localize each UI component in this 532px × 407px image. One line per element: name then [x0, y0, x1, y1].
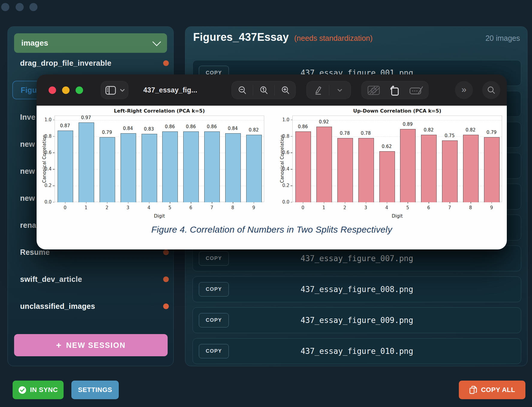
- copy-all-label: COPY ALL: [481, 386, 515, 394]
- app-window-dot-3[interactable]: [29, 3, 37, 11]
- preview-content: Left-Right Correlation (PCA k=5)0.00.20.…: [37, 106, 507, 249]
- bar: [100, 137, 115, 202]
- settings-button[interactable]: SETTINGS: [71, 381, 119, 399]
- sidebar-item-label: new: [20, 167, 35, 176]
- image-count: 20 images: [486, 34, 520, 43]
- x-tick-mark: [128, 202, 128, 204]
- sidebar-item-label: drag_drop_file_inverable: [20, 59, 112, 68]
- sidebar-item-label: Inve: [20, 113, 35, 122]
- more-tools-icon[interactable]: »: [455, 81, 473, 99]
- sidebar-item-label: rena: [20, 221, 36, 230]
- y-tick-mark: [53, 136, 55, 137]
- x-tick-mark: [366, 202, 366, 204]
- x-tick-label: 1: [315, 205, 333, 210]
- bar: [58, 131, 73, 202]
- x-tick-label: 6: [182, 205, 200, 210]
- chart-title: Left-Right Correlation (PCA k=5): [55, 108, 264, 114]
- bar-value-label: 0.84: [221, 126, 245, 131]
- copy-pages-icon: [469, 385, 477, 394]
- check-circle-icon: [18, 386, 26, 394]
- y-tick-mark: [53, 202, 55, 202]
- new-session-button[interactable]: + NEW SESSION: [14, 334, 168, 356]
- preview-titlebar[interactable]: 437_essay_fig...: [37, 74, 507, 106]
- preview-title: 437_essay_fig...: [143, 74, 197, 106]
- app-window-dot-2[interactable]: [16, 3, 24, 11]
- page-subtitle: (needs standardization): [294, 34, 372, 43]
- page-title: Figures_437Essay: [193, 31, 289, 44]
- x-tick-mark: [212, 202, 212, 204]
- app-window-dot-1[interactable]: [1, 3, 9, 11]
- chart-title: Up-Down Correlation (PCA k=5): [292, 108, 502, 114]
- chevron-down-icon[interactable]: [118, 81, 126, 99]
- file-name: 437_essay_figure_010.png: [193, 339, 521, 364]
- sidebar-toggle-icon[interactable]: [104, 81, 117, 99]
- bar-value-label: 0.97: [74, 115, 98, 120]
- chevron-down-icon: [152, 38, 161, 47]
- sidebar-item-label: new: [20, 194, 35, 203]
- image-tools-group: [361, 81, 429, 99]
- x-tick-label: 4: [140, 205, 158, 210]
- bar: [421, 135, 437, 202]
- markup-group: [306, 81, 351, 99]
- y-tick-label: 0.0: [276, 199, 289, 205]
- bar-value-label: 0.78: [354, 131, 378, 136]
- bar-value-label: 0.86: [200, 124, 224, 129]
- text-annotation-icon[interactable]: [407, 81, 426, 99]
- bar-value-label: 0.86: [158, 124, 182, 129]
- x-tick-label: 2: [336, 205, 354, 210]
- search-icon[interactable]: [482, 81, 500, 99]
- chevron-down-icon[interactable]: [332, 81, 348, 99]
- file-row: COPY437_essay_figure_009.png: [193, 307, 521, 333]
- minimize-traffic-light[interactable]: [62, 86, 70, 94]
- bar: [358, 138, 374, 202]
- y-tick-label: 0.2: [276, 183, 289, 188]
- zoom-actual-size-icon[interactable]: [255, 81, 273, 99]
- x-tick-mark: [254, 202, 254, 204]
- file-row: COPY437_essay_figure_010.png: [193, 338, 521, 364]
- in-sync-button[interactable]: IN SYNC: [13, 381, 64, 399]
- x-tick-label: 3: [119, 205, 137, 210]
- x-tick-label: 0: [56, 205, 74, 210]
- bar-value-label: 0.87: [53, 123, 77, 128]
- plus-icon: +: [56, 340, 62, 350]
- x-tick-label: 5: [161, 205, 179, 210]
- y-tick-mark: [291, 185, 292, 186]
- bar-value-label: 0.86: [179, 124, 203, 129]
- settings-label: SETTINGS: [78, 386, 112, 394]
- copy-all-button[interactable]: COPY ALL: [459, 381, 525, 399]
- close-traffic-light[interactable]: [49, 86, 56, 94]
- sidebar-item[interactable]: swift_dev_article: [12, 266, 168, 293]
- x-tick-label: 8: [224, 205, 242, 210]
- file-name: 437_essay_figure_009.png: [193, 308, 521, 333]
- zoom-in-icon[interactable]: [277, 81, 294, 99]
- bar-value-label: 0.82: [242, 127, 266, 133]
- preview-window: 437_essay_fig...: [37, 74, 507, 249]
- zoom-traffic-light[interactable]: [76, 86, 83, 94]
- adjust-selection-icon[interactable]: [365, 81, 382, 99]
- unsynced-dot-icon: [163, 276, 169, 282]
- x-tick-mark: [233, 202, 233, 204]
- sidebar-item[interactable]: unclassified_images: [12, 293, 168, 320]
- bar: [379, 151, 395, 202]
- rotate-left-icon[interactable]: [386, 81, 403, 99]
- bar: [121, 133, 136, 202]
- sidebar-item-label: new: [20, 140, 35, 149]
- x-tick-mark: [149, 202, 149, 204]
- bar-value-label: 0.84: [116, 126, 140, 131]
- x-tick-mark: [303, 202, 303, 204]
- sidebar-item[interactable]: drag_drop_file_inverable: [12, 50, 168, 77]
- pencil-icon[interactable]: [309, 81, 327, 99]
- file-row: COPY437_essay_figure_008.png: [193, 276, 521, 302]
- y-axis-label: Canonical Correlation: [42, 134, 47, 183]
- file-name: 437_essay_figure_008.png: [193, 277, 521, 302]
- figure-caption: Figure 4. Correlation of Numbers in Two …: [37, 225, 507, 235]
- x-tick-label: 7: [441, 205, 459, 210]
- bar: [484, 137, 500, 202]
- bar-value-label: 0.82: [417, 127, 441, 133]
- bar: [246, 135, 262, 202]
- y-tick-label: 0.0: [38, 199, 52, 205]
- bar-value-label: 0.89: [396, 122, 420, 127]
- zoom-out-icon[interactable]: [234, 81, 251, 99]
- bar: [142, 134, 157, 202]
- unsynced-dot-icon: [163, 60, 169, 66]
